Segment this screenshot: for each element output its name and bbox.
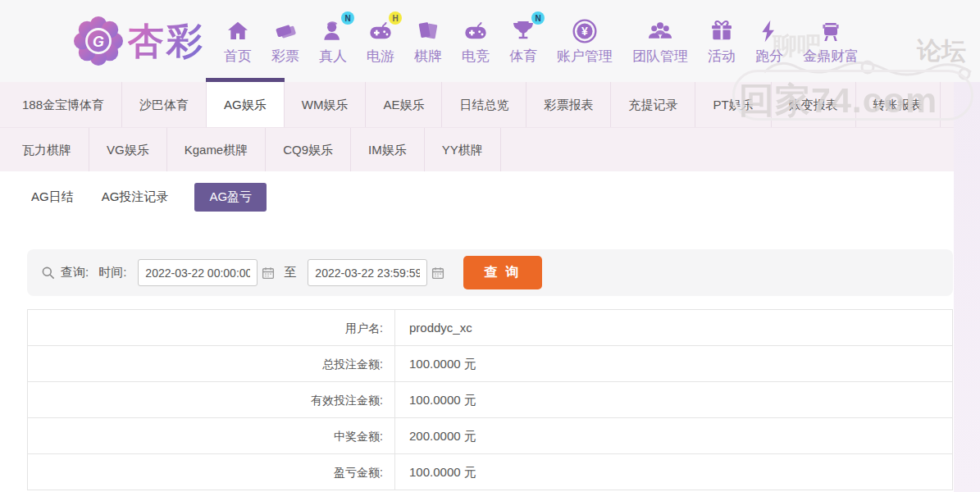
row-value: proddyc_xc [394, 310, 952, 345]
nav-item-treasure[interactable]: 金鼎财富 [795, 16, 866, 66]
nav-item-account[interactable]: ¥ 账户管理 [549, 16, 620, 66]
tab-ae-entertainment[interactable]: AE娱乐 [366, 82, 442, 127]
date-to-input[interactable] [308, 259, 427, 286]
row-label: 用户名: [28, 310, 394, 345]
row-label: 中奖金额: [28, 418, 394, 453]
team-icon [647, 16, 673, 44]
tab-188-sports[interactable]: 188金宝博体育 [5, 82, 122, 127]
nav-item-esports[interactable]: 电竞 [454, 16, 497, 66]
live-person-icon: N [320, 16, 346, 44]
svg-text:¥: ¥ [581, 25, 588, 38]
tab-kgame-cards[interactable]: Kgame棋牌 [167, 128, 267, 171]
calendar-icon [431, 266, 445, 280]
nav-item-cards[interactable]: 棋牌 [407, 16, 449, 66]
brand-logo[interactable]: G 杏彩 [74, 16, 217, 66]
row-value: 200.0000 元 [394, 418, 952, 453]
tab-im-entertainment[interactable]: IM娱乐 [351, 128, 425, 171]
calendar-from-button[interactable] [258, 266, 279, 280]
search-icon [40, 265, 56, 280]
esports-gamepad-icon [463, 16, 489, 44]
main-content: AG日结 AG投注记录 AG盈亏 查询: 时间: 至 查 询 用户名: prod… [0, 171, 980, 492]
search-bar: 查询: 时间: 至 查 询 [27, 249, 953, 296]
new-badge: N [341, 11, 354, 25]
ag-subtabs: AG日结 AG投注记录 AG盈亏 [0, 171, 980, 212]
tab-row-2: 瓦力棋牌 VG娱乐 Kgame棋牌 CQ9娱乐 IM娱乐 YY棋牌 [0, 127, 980, 171]
treasure-icon [818, 16, 844, 44]
tab-lottery-report[interactable]: 彩票报表 [526, 82, 611, 127]
tab-cq9-entertainment[interactable]: CQ9娱乐 [266, 128, 351, 171]
between-label: 至 [284, 265, 296, 280]
subtab-ag-bet-records[interactable]: AG投注记录 [100, 183, 171, 212]
svg-text:G: G [93, 34, 104, 50]
tab-wm-entertainment[interactable]: WM娱乐 [285, 82, 367, 127]
profit-loss-report-table: 用户名: proddyc_xc 总投注金额: 100.0000 元 有效投注金额… [27, 309, 953, 490]
nav-item-team[interactable]: 团队管理 [625, 16, 695, 66]
table-row: 中奖金额: 200.0000 元 [28, 418, 952, 454]
tab-vg-entertainment[interactable]: VG娱乐 [89, 128, 167, 171]
sports-trophy-icon: N [510, 16, 536, 44]
nav-item-egames[interactable]: H 电游 [359, 16, 402, 66]
report-tabbar: 188金宝博体育 沙巴体育 AG娱乐 WM娱乐 AE娱乐 日结总览 彩票报表 充… [0, 82, 980, 171]
row-value: 100.0000 元 [394, 382, 952, 417]
tab-transfer-report[interactable]: 转账报表 [856, 82, 941, 127]
tab-yy-cards[interactable]: YY棋牌 [425, 128, 501, 171]
account-coin-icon: ¥ [572, 16, 598, 44]
table-row: 用户名: proddyc_xc [28, 310, 952, 346]
tab-shaba-sports[interactable]: 沙巴体育 [122, 82, 207, 127]
calendar-to-button[interactable] [427, 266, 449, 280]
nav-item-paofen[interactable]: 跑分 [748, 16, 791, 66]
brand-flower-icon: G [74, 16, 123, 66]
brand-name: 杏彩 [128, 17, 205, 66]
query-label: 查询: [61, 265, 89, 280]
tab-rebate-total[interactable]: 返点总额 [941, 82, 980, 127]
row-label: 总投注金额: [28, 346, 394, 381]
date-from-input[interactable] [138, 259, 258, 286]
subtab-ag-profit-loss[interactable]: AG盈亏 [194, 183, 267, 212]
nav-item-live[interactable]: N 真人 [312, 16, 354, 66]
nav-item-activity[interactable]: 活动 [700, 16, 743, 66]
nav-item-home[interactable]: 首页 [217, 16, 259, 66]
tab-balance-change-report[interactable]: 账变报表 [772, 82, 856, 127]
nav-item-lottery[interactable]: 彩票 [264, 16, 307, 66]
time-label: 时间: [98, 265, 126, 280]
activity-gift-icon [709, 16, 735, 44]
table-row: 盈亏金额: 100.0000 元 [28, 454, 952, 490]
tab-row-1: 188金宝博体育 沙巴体育 AG娱乐 WM娱乐 AE娱乐 日结总览 彩票报表 充… [0, 82, 980, 127]
new-badge: N [531, 11, 545, 25]
home-icon [225, 16, 251, 44]
tab-deposit-records[interactable]: 充提记录 [611, 82, 695, 127]
tab-pt-entertainment[interactable]: PT娱乐 [695, 82, 771, 127]
row-value: 100.0000 元 [394, 454, 952, 490]
row-label: 盈亏金额: [28, 454, 394, 490]
row-label: 有效投注金额: [28, 382, 394, 417]
paofen-icon [756, 16, 782, 44]
header: G 杏彩 首页 彩票 N 真人 H [0, 0, 980, 82]
cards-icon [415, 16, 441, 44]
table-row: 总投注金额: 100.0000 元 [28, 346, 952, 382]
nav-item-sports[interactable]: N 体育 [502, 16, 545, 66]
calendar-icon [261, 266, 276, 280]
lottery-ticket-icon [272, 16, 299, 44]
tab-wali-cards[interactable]: 瓦力棋牌 [5, 128, 89, 171]
row-value: 100.0000 元 [394, 346, 952, 381]
table-row: 有效投注金额: 100.0000 元 [28, 382, 952, 418]
main-nav: 首页 彩票 N 真人 H 电游 棋牌 [217, 16, 866, 66]
hot-badge: H [389, 11, 402, 25]
tab-ag-entertainment[interactable]: AG娱乐 [207, 82, 285, 127]
query-button[interactable]: 查 询 [463, 256, 541, 289]
slots-gamepad-icon: H [367, 16, 394, 44]
subtab-ag-daily[interactable]: AG日结 [30, 183, 75, 212]
tab-daily-summary[interactable]: 日结总览 [442, 82, 526, 127]
